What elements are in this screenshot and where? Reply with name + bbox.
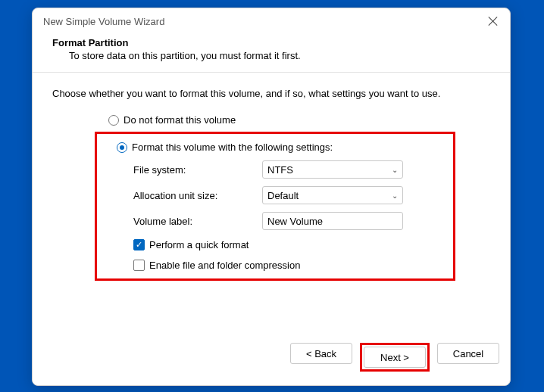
close-icon[interactable]: [487, 15, 499, 27]
next-button[interactable]: Next >: [364, 347, 426, 368]
file-system-select[interactable]: NTFS ⌄: [262, 160, 403, 179]
allocation-select[interactable]: Default ⌄: [262, 186, 403, 204]
radio-format[interactable]: [117, 142, 127, 153]
cancel-button-label: Cancel: [453, 348, 483, 359]
quick-format-row[interactable]: ✓ Perform a quick format: [133, 239, 447, 250]
volume-label-label: Volume label:: [133, 216, 262, 227]
volume-label-value: New Volume: [267, 216, 323, 227]
file-system-label: File system:: [133, 164, 262, 176]
allocation-label: Allocation unit size:: [133, 190, 262, 201]
radio-no-format[interactable]: [108, 115, 119, 126]
chevron-down-icon: ⌄: [392, 166, 398, 174]
file-system-value: NTFS: [267, 164, 392, 176]
chevron-down-icon: ⌄: [392, 191, 398, 200]
next-button-highlight: Next >: [360, 343, 430, 372]
file-system-row: File system: NTFS ⌄: [133, 160, 447, 179]
page-description: To store data on this partition, you mus…: [52, 50, 490, 61]
radio-no-format-row[interactable]: Do not format this volume: [108, 114, 495, 126]
quick-format-label: Perform a quick format: [149, 239, 249, 250]
radio-format-label: Format this volume with the following se…: [132, 142, 333, 153]
format-settings: File system: NTFS ⌄ Allocation unit size…: [133, 160, 447, 271]
page-title: Format Partition: [52, 37, 490, 48]
instruction-text: Choose whether you want to format this v…: [48, 88, 495, 113]
compression-label: Enable file and folder compression: [149, 260, 300, 271]
radio-format-row[interactable]: Format this volume with the following se…: [117, 142, 447, 153]
wizard-header: Format Partition To store data on this p…: [33, 34, 510, 72]
window-title: New Simple Volume Wizard: [43, 16, 487, 27]
wizard-footer: < Back Next > Cancel: [33, 332, 510, 385]
radio-no-format-label: Do not format this volume: [123, 114, 236, 126]
highlighted-settings-box: Format this volume with the following se…: [95, 132, 455, 281]
cancel-button[interactable]: Cancel: [437, 343, 499, 364]
back-button-label: < Back: [306, 348, 336, 359]
compression-checkbox[interactable]: [133, 260, 145, 271]
titlebar: New Simple Volume Wizard: [33, 8, 510, 34]
allocation-row: Allocation unit size: Default ⌄: [133, 186, 447, 204]
volume-label-row: Volume label: New Volume: [133, 212, 447, 230]
wizard-body: Choose whether you want to format this v…: [33, 73, 510, 332]
quick-format-checkbox[interactable]: ✓: [133, 239, 145, 250]
wizard-window: New Simple Volume Wizard Format Partitio…: [32, 8, 511, 386]
compression-row[interactable]: Enable file and folder compression: [133, 260, 447, 271]
next-button-label: Next >: [380, 352, 409, 363]
volume-label-input[interactable]: New Volume: [262, 212, 403, 230]
back-button[interactable]: < Back: [290, 343, 352, 364]
allocation-value: Default: [267, 190, 392, 201]
